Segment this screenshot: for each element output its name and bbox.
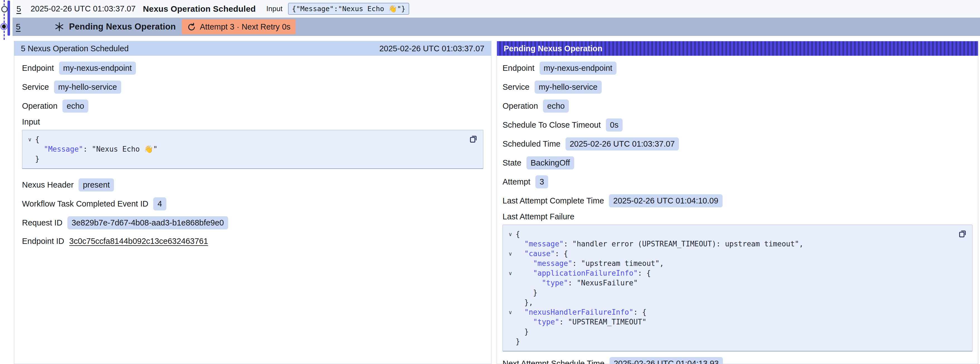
json-token — [515, 240, 524, 248]
field-label: Next Attempt Schedule Time — [503, 359, 605, 364]
field-value-badge: echo — [62, 99, 88, 113]
event-detail-fields-2: Nexus HeaderpresentWorkflow Task Complet… — [22, 178, 483, 229]
json-token: { — [515, 230, 520, 238]
field-label: Endpoint — [22, 64, 54, 73]
json-token — [515, 279, 542, 287]
field-value-badge: 4 — [153, 197, 166, 211]
json-token: "upstream timeout" — [581, 259, 660, 268]
field-value-badge: 3 — [535, 175, 548, 188]
event-history-row-scheduled[interactable]: 5 2025-02-26 UTC 01:03:37.07 Nexus Opera… — [13, 0, 980, 18]
json-token: } — [515, 327, 529, 336]
json-token: : — [559, 318, 568, 326]
pending-operation-title: Pending Nexus Operation — [69, 22, 176, 32]
collapse-chevron-icon[interactable]: ∨ — [24, 135, 35, 144]
field-value-badge: 0s — [606, 118, 623, 132]
json-token — [35, 145, 44, 153]
field-service: Servicemy-hello-service — [22, 81, 483, 94]
json-line: ∨ "cause": { — [505, 249, 953, 259]
retry-badge-text: Attempt 3 · Next Retry 0s — [200, 22, 291, 32]
pending-panel-fields: Endpointmy-nexus-endpointServicemy-hello… — [503, 62, 972, 208]
json-token: , — [660, 259, 664, 268]
collapse-chevron-icon[interactable]: ∨ — [505, 229, 515, 239]
retry-icon — [187, 22, 196, 32]
json-token: "handler error (UPSTREAM_TIMEOUT): upstr… — [573, 240, 799, 248]
json-line: ∨ "applicationFailureInfo": { — [505, 268, 953, 278]
collapse-chevron-icon[interactable]: ∨ — [505, 249, 515, 259]
event-detail-header: 5 Nexus Operation Scheduled 2025-02-26 U… — [14, 41, 491, 56]
field-label: Service — [22, 83, 49, 92]
failure-section-label: Last Attempt Failure — [503, 212, 972, 221]
field-value-badge: my-nexus-endpoint — [59, 62, 136, 75]
pending-panel-body: Endpointmy-nexus-endpointServicemy-hello… — [497, 62, 978, 364]
field-workflow-task-completed-event-id: Workflow Task Completed Event ID4 — [22, 197, 483, 211]
code-gutter — [505, 239, 515, 249]
json-token: "Message" — [44, 145, 83, 153]
code-gutter — [505, 278, 515, 288]
collapse-chevron-icon[interactable]: ∨ — [505, 268, 515, 278]
code-gutter — [505, 259, 515, 268]
event-id-link[interactable]: 5 — [16, 4, 21, 14]
endpoint-id-link[interactable]: 3c0c75ccfa8144b092c13ce632463761 — [69, 236, 208, 246]
json-token — [515, 249, 524, 258]
json-line: "Message": "Nexus Echo 👋" — [24, 144, 463, 154]
field-schedule-to-close-timeout: Schedule To Close Timeout0s — [503, 118, 972, 132]
field-label: Attempt — [503, 177, 530, 187]
collapse-chevron-icon[interactable]: ∨ — [505, 307, 515, 317]
code-gutter — [505, 298, 515, 307]
json-line: "message": "handler error (UPSTREAM_TIME… — [505, 239, 953, 249]
event-name: Nexus Operation Scheduled — [143, 4, 256, 14]
pending-operation-row[interactable]: 5 Pending Nexus Operation Attempt 3 · Ne… — [13, 18, 980, 36]
copy-button[interactable] — [957, 228, 968, 239]
json-token: : — [573, 259, 581, 268]
input-section-label: Input — [22, 117, 483, 126]
event-detail-body: Endpointmy-nexus-endpointServicemy-hello… — [14, 62, 491, 247]
json-token: "message" — [533, 259, 573, 268]
field-operation: Operationecho — [22, 99, 483, 113]
input-preview-chip[interactable]: {"Message":"Nexus Echo 👋"} — [288, 3, 409, 15]
field-endpoint: Endpointmy-nexus-endpoint — [503, 62, 972, 75]
code-gutter — [505, 317, 515, 327]
json-text: "message": "upstream timeout", — [515, 259, 664, 268]
field-attempt: Attempt3 — [503, 175, 972, 188]
field-endpoint: Endpointmy-nexus-endpoint — [22, 62, 483, 75]
json-token: : { — [555, 249, 568, 258]
field-label: Operation — [22, 101, 57, 111]
json-text: }, — [515, 298, 533, 307]
json-token: "applicationFailureInfo" — [533, 269, 638, 277]
json-line: ∨{ — [505, 229, 953, 239]
event-detail-time: 2025-02-26 UTC 01:03:37.07 — [379, 44, 484, 53]
json-token: : — [83, 145, 92, 153]
event-id-link[interactable]: 5 — [16, 22, 21, 32]
json-token: } — [35, 155, 40, 163]
json-token: { — [35, 135, 40, 144]
json-token — [515, 259, 533, 268]
json-text: "type": "NexusFailure" — [515, 278, 638, 288]
copy-button[interactable] — [468, 134, 479, 144]
json-text: } — [35, 154, 40, 164]
event-detail-fields: Endpointmy-nexus-endpointServicemy-hello… — [22, 62, 483, 113]
json-token: "message" — [524, 240, 563, 248]
event-detail-panel: 5 Nexus Operation Scheduled 2025-02-26 U… — [14, 41, 492, 364]
json-line: } — [24, 154, 463, 164]
json-token: : — [568, 279, 577, 287]
field-label: Scheduled Time — [503, 139, 560, 148]
copy-icon — [958, 228, 967, 239]
json-token: "UPSTREAM_TIMEOUT" — [568, 318, 647, 326]
code-gutter — [505, 288, 515, 298]
json-line: } — [505, 327, 953, 337]
json-text: "applicationFailureInfo": { — [515, 268, 651, 278]
field-label: Nexus Header — [22, 180, 73, 190]
json-token: : { — [638, 269, 651, 277]
field-label: Request ID — [22, 218, 62, 227]
field-value-badge: 2025-02-26 UTC 01:04:10.09 — [609, 194, 722, 208]
field-label: Operation — [503, 101, 538, 111]
json-text: "nexusHandlerFailureInfo": { — [515, 307, 647, 317]
field-label: Workflow Task Completed Event ID — [22, 199, 148, 209]
json-token: "type" — [533, 318, 559, 326]
failure-json-code: ∨{ "message": "handler error (UPSTREAM_T… — [505, 229, 953, 346]
field-label: State — [503, 158, 522, 168]
field-label: Schedule To Close Timeout — [503, 120, 601, 129]
code-gutter — [505, 337, 515, 346]
json-token: }, — [515, 298, 533, 307]
json-text: { — [35, 135, 40, 144]
